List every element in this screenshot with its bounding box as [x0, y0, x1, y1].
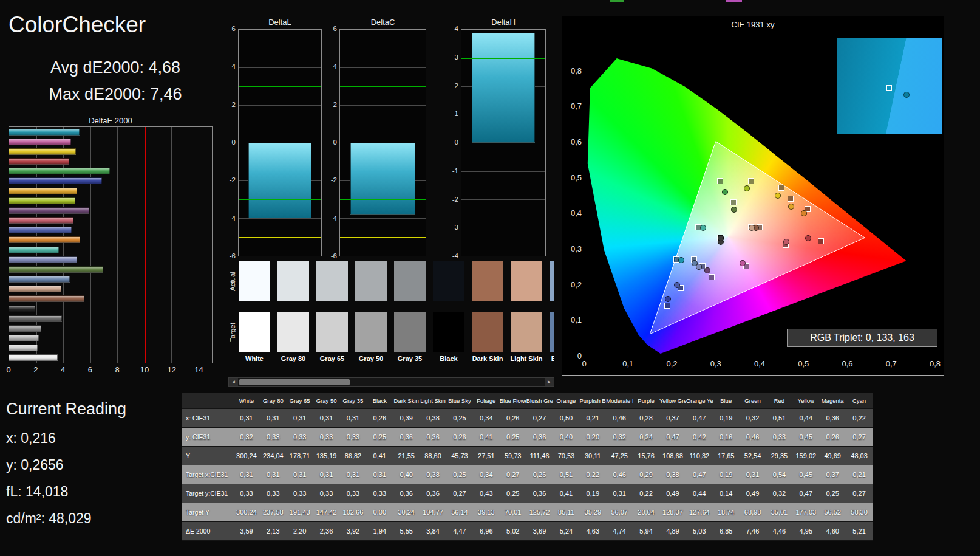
table-cell: 0,36 — [819, 414, 846, 422]
table-cell: 0,25 — [366, 433, 393, 441]
table-cell: 0,33 — [287, 433, 313, 441]
table-col-header-cyan: Cyan — [846, 397, 873, 404]
table-cell: 300,24 — [233, 452, 260, 459]
table-cell: 1,94 — [366, 527, 393, 535]
table-cell: 4,95 — [792, 527, 819, 535]
table-row-label: ΔE 2000 — [182, 527, 233, 535]
table-cell: 3,59 — [233, 527, 260, 535]
table-cell: 0,27 — [846, 433, 873, 441]
cie-measured-bluish-green — [700, 225, 706, 231]
cie-target-foliage — [730, 199, 737, 205]
table-cell: 135,19 — [313, 452, 340, 459]
scroll-right-button[interactable]: ► — [545, 378, 554, 386]
rgb-triplet-label: RGB Triplet: 0, 133, 163 — [787, 329, 937, 347]
deltae-bar-white — [9, 354, 58, 361]
deltah-chart-title: DeltaH — [461, 17, 546, 28]
patch-strip: Actual Target WhiteGray 80Gray 65Gray 50… — [228, 258, 554, 377]
table-cell: 127,64 — [686, 509, 713, 516]
table-cell: 0,31 — [340, 471, 367, 478]
table-col-header-orange: Orange — [553, 397, 580, 404]
cie-measured-orange-yellow — [788, 204, 794, 210]
table-col-header-black: Black — [366, 397, 393, 404]
cie-ytick-label: 0,1 — [565, 315, 582, 324]
table-cell: 0,41 — [366, 452, 393, 459]
table-cell: 6,96 — [473, 527, 500, 535]
table-cell: 147,42 — [313, 509, 340, 516]
table-cell: 4,46 — [766, 527, 793, 535]
table-cell: 0,46 — [606, 471, 633, 478]
table-cell: 4,74 — [606, 527, 633, 535]
deltae-bar-foliage — [9, 266, 103, 273]
table-cell: 2,36 — [313, 527, 340, 535]
cie-xtick-label: 0,2 — [666, 359, 677, 368]
scroll-left-button[interactable]: ◄ — [229, 378, 238, 386]
deltah-gridline — [461, 199, 545, 200]
deltae-bar-orange — [9, 236, 80, 243]
table-cell: 0,49 — [659, 490, 686, 497]
deltal-tick-label: 6 — [222, 25, 236, 32]
deltah-tick-label: -2 — [445, 196, 458, 203]
deltac-bar — [350, 143, 415, 215]
deltah-tick-label: 4 — [445, 25, 458, 32]
deltae-bar-blue-flower — [9, 256, 77, 263]
table-cell: 3,92 — [340, 527, 367, 535]
deltah-gridline — [461, 143, 545, 143]
patch-name-gray-65: Gray 65 — [313, 355, 352, 362]
deltah-tick-label: -3 — [445, 224, 458, 231]
table-cell: 0,38 — [659, 471, 686, 478]
table-cell: 45,73 — [446, 452, 473, 459]
deltae-bar-yellow — [9, 148, 76, 155]
current-reading-title: Current Reading — [6, 400, 126, 419]
patch-target-gray-35 — [394, 312, 426, 352]
deltah-plot — [461, 29, 546, 256]
deltae-bar-gray-65 — [9, 335, 39, 341]
deltae-bar-moderate-red — [9, 217, 73, 224]
current-patch-inset — [837, 38, 942, 134]
table-cell: 0,31 — [287, 414, 313, 422]
table-cell: 0,31 — [233, 414, 260, 422]
table-cell: 0,50 — [553, 414, 580, 422]
patch-scrollbar[interactable]: ◄ ► — [228, 377, 554, 387]
table-cell: 0,51 — [766, 414, 793, 422]
patch-target-gray-80 — [277, 312, 309, 352]
table-cell: 0,45 — [792, 471, 819, 478]
max-de2000-readout: Max dE2000: 7,46 — [0, 85, 231, 104]
deltae2000-chart: DeltaE 2000 02468101214 — [9, 115, 213, 377]
deltah-tick-label: 2 — [445, 82, 458, 89]
table-cell: 4,47 — [446, 527, 473, 535]
table-cell: 0,31 — [313, 471, 340, 478]
table-cell: 29,35 — [766, 452, 793, 459]
table-cell: 0,21 — [846, 471, 873, 478]
table-cell: 58,30 — [846, 509, 873, 516]
table-cell: 108,68 — [659, 452, 686, 459]
deltac-tick-label: 4 — [324, 63, 337, 70]
table-cell: 0,36 — [393, 433, 420, 441]
table-row-label: Target x:CIE31 — [182, 471, 233, 478]
deltae-bar-red — [9, 158, 69, 165]
table-cell: 86,82 — [340, 452, 367, 459]
deltah-tick-label: 0 — [445, 139, 458, 146]
patch-actual-light-skin — [511, 261, 542, 301]
deltae-bar-purplish-blue — [9, 227, 72, 233]
cie-ytick-label: 0,4 — [565, 208, 582, 218]
deltac-limit-line — [340, 199, 426, 200]
table-cell: 0,26 — [446, 433, 473, 441]
deltac-limit-line — [340, 49, 426, 49]
deltal-gridline — [239, 218, 321, 219]
patch-target-white — [239, 312, 270, 352]
table-cell: 0,14 — [713, 490, 740, 497]
table-col-header-green: Green — [740, 397, 766, 404]
scrollbar-thumb[interactable] — [239, 379, 350, 385]
table-cell: 0,32 — [606, 433, 633, 441]
deltae-gridline — [199, 127, 199, 363]
table-cell: 0,33 — [233, 490, 260, 497]
patch-strip-columns: WhiteGray 80Gray 65Gray 50Gray 35BlackDa… — [239, 258, 554, 377]
patch-actual-black — [433, 261, 464, 301]
patch-name-black: Black — [429, 355, 468, 362]
table-cell: 17,65 — [713, 452, 740, 459]
table-cell: 52,54 — [740, 452, 766, 459]
deltac-tick-label: -4 — [324, 215, 337, 222]
table-cell: 2,20 — [287, 527, 313, 535]
table-cell: 0,45 — [792, 433, 819, 441]
deltac-tick-label: 6 — [324, 25, 337, 32]
